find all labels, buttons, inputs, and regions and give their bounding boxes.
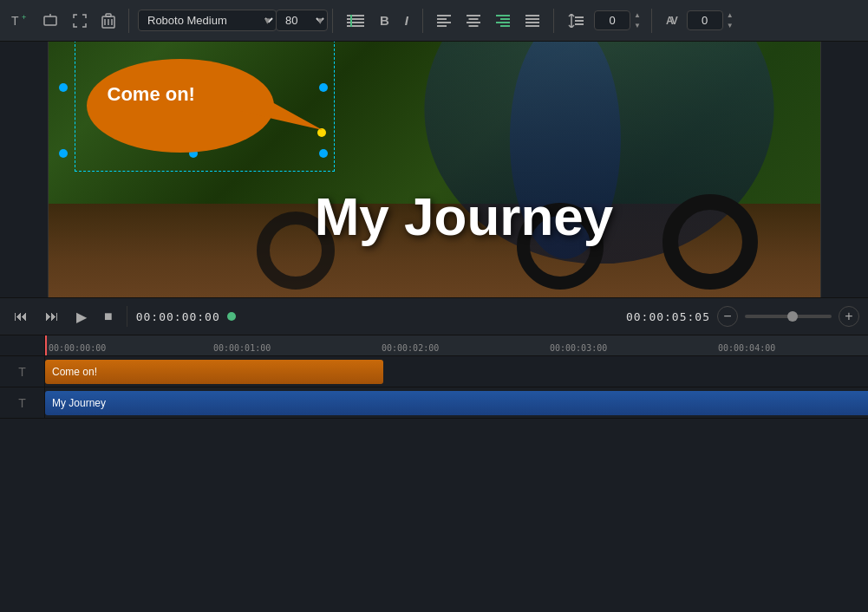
font-size-select[interactable]: 80	[276, 10, 328, 31]
ruler-mark-4: 00:00:04:00	[718, 340, 775, 353]
ruler-mark-0: 00:00:00:00	[49, 340, 106, 353]
svg-rect-32	[575, 23, 584, 25]
svg-rect-30	[575, 16, 584, 18]
play-button[interactable]: ▶	[71, 305, 92, 329]
svg-rect-29	[525, 25, 539, 27]
svg-rect-19	[469, 18, 479, 20]
line-spacing-input[interactable]: 0	[594, 10, 630, 30]
timeline-tracks: T Come on! T My Journey	[0, 356, 868, 612]
svg-rect-23	[500, 18, 510, 20]
transport-bar: ⏮ ⏭ ▶ ■ 00:00:00:00 00:00:05:05 − +	[0, 297, 868, 335]
ruler-mark-2: 00:00:02:00	[382, 340, 439, 353]
svg-text:+: +	[22, 13, 26, 22]
main-title-text: My Journey	[315, 186, 614, 247]
svg-rect-11	[347, 22, 364, 23]
separator-3	[422, 9, 423, 33]
toolbar: T+ Roboto Medium ▾ 80 ▾ B I	[0, 0, 868, 42]
kerning-up[interactable]: ▲	[725, 10, 735, 21]
speech-bubble-element[interactable]: Come on!	[87, 59, 323, 153]
svg-rect-13	[350, 15, 352, 27]
justify-button[interactable]	[520, 11, 545, 30]
line-spacing-down[interactable]: ▼	[632, 21, 643, 31]
ruler-content: 00:00:00:00 00:00:01:00 00:00:02:00 00:0…	[45, 335, 868, 355]
svg-rect-14	[437, 15, 451, 16]
separator-2	[332, 9, 333, 33]
transport-sep-1	[127, 306, 127, 327]
track-icon-come-on: T	[18, 365, 26, 379]
line-spacing-up[interactable]: ▲	[632, 10, 643, 21]
add-text-button[interactable]: T+	[7, 9, 33, 33]
timeline-ruler: 00:00:00:00 00:00:01:00 00:00:02:00 00:0…	[0, 335, 868, 356]
svg-rect-16	[437, 22, 451, 23]
speech-bubble: Come on!	[87, 59, 323, 153]
clip-come-on[interactable]: Come on!	[45, 360, 383, 384]
align-right-button[interactable]	[491, 11, 515, 30]
time-total-display: 00:00:05:05	[626, 310, 710, 323]
ruler-offset	[0, 335, 45, 355]
track-content-come-on[interactable]: Come on!	[45, 356, 868, 387]
svg-rect-20	[467, 22, 480, 23]
svg-rect-2	[44, 16, 56, 25]
track-icon-my-journey: T	[18, 396, 26, 410]
ruler-mark-1: 00:00:01:00	[213, 340, 271, 353]
svg-point-33	[87, 59, 274, 153]
align-left-button[interactable]	[432, 11, 456, 30]
text-style-lines-button[interactable]	[342, 10, 369, 31]
svg-rect-9	[347, 15, 364, 16]
canvas-area: My Journey	[0, 42, 868, 297]
line-spacing-spinner[interactable]: ▲ ▼	[632, 10, 643, 31]
time-current-display: 00:00:00:00	[136, 310, 220, 323]
skip-back-button[interactable]: ⏮	[9, 305, 33, 328]
video-canvas[interactable]: My Journey	[49, 42, 820, 297]
svg-rect-31	[575, 20, 584, 22]
zoom-out-button[interactable]: −	[717, 306, 738, 327]
font-family-select[interactable]: Roboto Medium	[138, 10, 277, 31]
svg-rect-17	[437, 25, 447, 27]
kerning-spinner[interactable]: ▲ ▼	[725, 10, 735, 31]
separator-1	[128, 9, 129, 33]
svg-rect-25	[500, 25, 510, 27]
svg-rect-26	[525, 15, 539, 16]
bold-button[interactable]: B	[375, 10, 395, 31]
zoom-track[interactable]	[745, 315, 832, 318]
ruler-mark-3: 00:00:03:00	[550, 340, 607, 353]
wheel-right	[662, 194, 758, 290]
svg-rect-15	[437, 18, 447, 20]
svg-rect-10	[347, 18, 364, 20]
playhead-line	[45, 335, 47, 355]
kerning-button[interactable]: AV	[661, 11, 682, 30]
zoom-in-button[interactable]: +	[839, 306, 859, 327]
step-back-button[interactable]: ⏭	[40, 305, 64, 328]
track-label-my-journey: T	[0, 387, 45, 418]
zoom-thumb[interactable]	[787, 311, 798, 322]
separator-5	[651, 9, 652, 33]
svg-rect-27	[525, 18, 539, 20]
line-spacing-button[interactable]	[563, 10, 589, 31]
svg-rect-21	[469, 25, 479, 27]
svg-text:T: T	[11, 14, 19, 28]
kerning-input[interactable]: 0	[687, 10, 723, 30]
svg-rect-18	[467, 15, 480, 16]
playhead-indicator	[227, 312, 236, 321]
track-content-my-journey[interactable]: My Journey	[45, 387, 868, 418]
kerning-icon: AV	[666, 15, 676, 27]
track-row-come-on: T Come on!	[0, 356, 868, 387]
stop-button[interactable]: ■	[99, 305, 118, 328]
fit-button[interactable]	[68, 10, 92, 32]
bounding-box-button[interactable]	[38, 10, 62, 32]
svg-rect-12	[347, 25, 364, 27]
track-label-come-on: T	[0, 356, 45, 387]
italic-button[interactable]: I	[400, 10, 414, 31]
separator-4	[553, 9, 554, 33]
track-row-my-journey: T My Journey	[0, 387, 868, 419]
align-center-button[interactable]	[461, 11, 486, 30]
svg-rect-28	[525, 22, 539, 23]
bubble-svg	[87, 59, 323, 153]
svg-rect-22	[496, 15, 510, 16]
kerning-down[interactable]: ▼	[725, 21, 735, 31]
svg-rect-24	[496, 22, 510, 23]
clip-my-journey[interactable]: My Journey	[45, 391, 868, 415]
svg-rect-5	[106, 14, 111, 16]
delete-button[interactable]	[97, 10, 120, 32]
